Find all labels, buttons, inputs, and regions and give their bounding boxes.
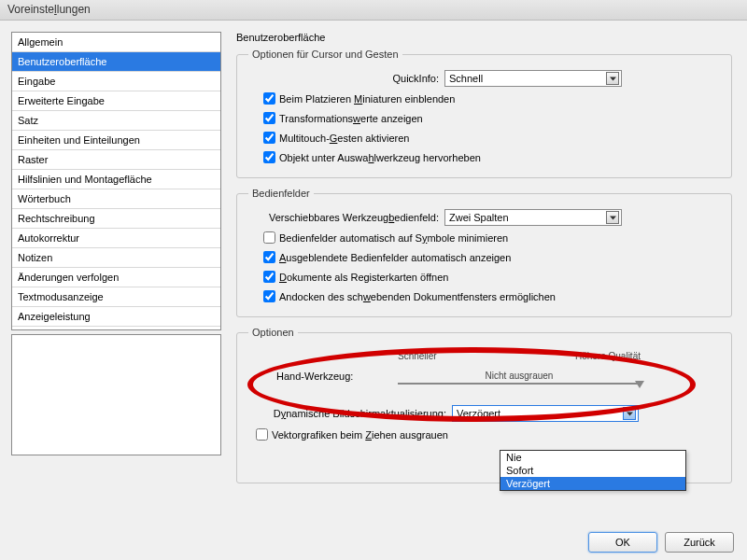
hand-tool-label: Hand-Werkzeug:: [276, 371, 353, 382]
chk-showhidden-box[interactable]: [263, 251, 275, 263]
chk-minimize[interactable]: Bedienfelder automatisch auf Symbole min…: [260, 229, 720, 246]
chk-minimize-box[interactable]: [263, 231, 275, 244]
slider-label-nogrey: Nicht ausgrauen: [486, 371, 554, 381]
category-list[interactable]: AllgemeinBenutzeroberflächeEingabeErweit…: [11, 32, 221, 330]
content-panel: Benutzeroberfläche Optionen für Cursor u…: [229, 21, 747, 525]
dyn-option[interactable]: Sofort: [500, 464, 685, 477]
sidebar-item[interactable]: Schwarzdarstellung: [12, 327, 220, 330]
preview-box: [11, 334, 221, 455]
group-panels-legend: Bedienfelder: [248, 188, 314, 199]
chk-multitouch-box[interactable]: [263, 132, 275, 144]
sidebar-item[interactable]: Einheiten und Einteilungen: [12, 131, 220, 150]
sidebar: AllgemeinBenutzeroberflächeEingabeErweit…: [0, 21, 229, 525]
chk-hover-box[interactable]: [263, 151, 275, 163]
chevron-down-icon: [606, 211, 619, 224]
page-title: Benutzeroberfläche: [236, 32, 732, 43]
group-panels: Bedienfelder Verschiebbares Werkzeugbedi…: [236, 188, 732, 317]
dyn-dropdown-list[interactable]: NieSofortVerzögert: [500, 450, 686, 491]
sidebar-item[interactable]: Benutzeroberfläche: [12, 52, 220, 72]
sidebar-item[interactable]: Änderungen verfolgen: [12, 268, 220, 287]
dyn-value: Verzögert: [457, 408, 500, 419]
sidebar-item[interactable]: Eingabe: [12, 72, 220, 91]
chk-vector-box[interactable]: [256, 428, 268, 441]
chk-dock[interactable]: Andocken des schwebenden Dokumentfenster…: [260, 287, 720, 305]
hand-tool-slider-area: Schneller Höhere Qualität Hand-Werkzeug:…: [388, 351, 650, 385]
chk-miniaturen-box[interactable]: [263, 92, 275, 105]
chk-hover[interactable]: Objekt unter Auswahlwerkzeug hervorheben: [260, 148, 720, 166]
quickinfo-label: QuickInfo:: [248, 73, 444, 84]
chk-dock-box[interactable]: [263, 290, 275, 302]
sidebar-item[interactable]: Anzeigeleistung: [12, 307, 220, 327]
chk-tabs-box[interactable]: [263, 271, 275, 283]
slider-label-faster: Schneller: [398, 351, 437, 361]
sidebar-item[interactable]: Satz: [12, 111, 220, 131]
sidebar-item[interactable]: Wörterbuch: [12, 189, 220, 209]
toolpanel-value: Zwei Spalten: [449, 212, 509, 223]
sidebar-item[interactable]: Rechtschreibung: [12, 209, 220, 229]
group-cursor-legend: Optionen für Cursor und Gesten: [248, 49, 402, 60]
chk-vector[interactable]: Vektorgrafiken beim Ziehen ausgrauen: [252, 426, 720, 443]
chk-showhidden[interactable]: Ausgeblendete Bedienfelder automatisch a…: [260, 248, 720, 266]
chk-tabs[interactable]: Dokumente als Registerkarten öffnen: [260, 268, 720, 286]
sidebar-item[interactable]: Erweiterte Eingabe: [12, 91, 220, 111]
dyn-option[interactable]: Verzögert: [500, 477, 685, 490]
dialog-footer: OK Zurück: [588, 532, 734, 553]
quickinfo-dropdown[interactable]: Schnell: [444, 70, 622, 87]
group-options-legend: Optionen: [248, 327, 298, 338]
sidebar-item[interactable]: Textmodusanzeige: [12, 287, 220, 307]
quickinfo-value: Schnell: [449, 73, 483, 84]
chk-transform[interactable]: Transformationswerte anzeigen: [260, 109, 720, 127]
back-button[interactable]: Zurück: [665, 532, 734, 553]
chk-miniaturen[interactable]: Beim Platzieren Miniaturen einblenden: [260, 90, 720, 107]
group-cursor-gestures: Optionen für Cursor und Gesten QuickInfo…: [236, 49, 732, 178]
chk-multitouch[interactable]: Multitouch-Gesten aktivieren: [260, 129, 720, 147]
dyn-label: Dynamische Bildschirmaktualisierung:: [248, 408, 452, 419]
dyn-option[interactable]: Nie: [500, 451, 685, 464]
chk-transform-box[interactable]: [263, 112, 275, 124]
ok-button[interactable]: OK: [588, 532, 657, 553]
sidebar-item[interactable]: Raster: [12, 150, 220, 170]
window-titlebar: Voreinstellungen: [0, 0, 747, 21]
chevron-down-icon: [623, 407, 636, 420]
chevron-down-icon: [606, 72, 619, 85]
window-title: Voreinstellungen: [7, 3, 91, 16]
slider-thumb-icon[interactable]: [635, 381, 644, 388]
hand-tool-slider[interactable]: [398, 383, 641, 385]
main-area: AllgemeinBenutzeroberflächeEingabeErweit…: [0, 21, 747, 525]
sidebar-item[interactable]: Notizen: [12, 248, 220, 268]
toolpanel-label: Verschiebbares Werkzeugbedienfeld:: [248, 212, 444, 223]
slider-label-quality: Höhere Qualität: [575, 351, 641, 361]
sidebar-item[interactable]: Hilfslinien und Montagefläche: [12, 170, 220, 189]
dyn-dropdown[interactable]: Verzögert: [452, 405, 639, 422]
toolpanel-dropdown[interactable]: Zwei Spalten: [444, 209, 622, 226]
sidebar-item[interactable]: Allgemein: [12, 33, 220, 52]
sidebar-item[interactable]: Autokorrektur: [12, 229, 220, 248]
